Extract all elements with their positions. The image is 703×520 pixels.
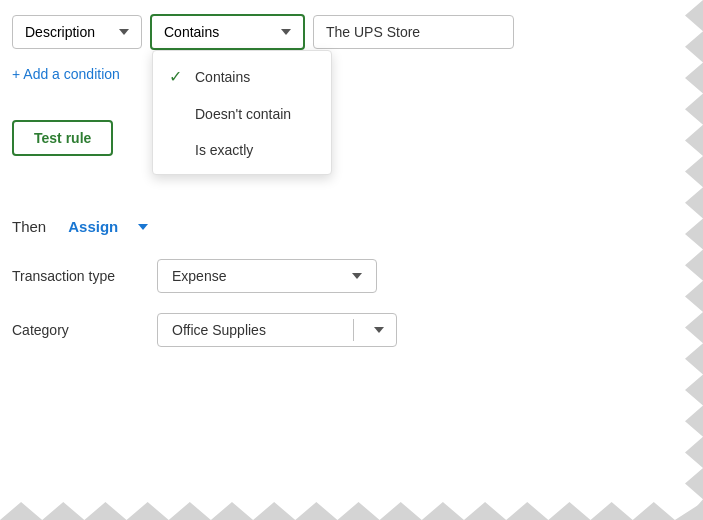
description-chevron-icon	[119, 29, 129, 35]
category-row: Category Office Supplies	[12, 313, 679, 347]
add-condition-link[interactable]: + Add a condition	[12, 66, 120, 82]
then-assign-row: Then Assign	[12, 218, 679, 235]
dropdown-item-is-exactly[interactable]: Is exactly	[153, 132, 331, 168]
checkmark-icon: ✓	[169, 67, 185, 86]
category-chevron-box	[353, 319, 396, 341]
contains-label: Contains	[164, 24, 219, 40]
assign-chevron-icon[interactable]	[138, 224, 148, 230]
page-container: Description Contains ✓ Contains Doesn't …	[0, 0, 703, 520]
description-select[interactable]: Description	[12, 15, 142, 49]
category-label: Category	[12, 322, 157, 338]
dropdown-item-contains-label: Contains	[195, 69, 250, 85]
description-label: Description	[25, 24, 95, 40]
transaction-type-value: Expense	[172, 268, 226, 284]
dropdown-item-doesnt-contain[interactable]: Doesn't contain	[153, 96, 331, 132]
transaction-type-select[interactable]: Expense	[157, 259, 377, 293]
assign-label[interactable]: Assign	[68, 218, 118, 235]
transaction-type-label: Transaction type	[12, 268, 157, 284]
then-label: Then	[12, 218, 46, 235]
transaction-type-chevron-icon	[352, 273, 362, 279]
contains-chevron-icon	[281, 29, 291, 35]
dropdown-item-contains[interactable]: ✓ Contains	[153, 57, 331, 96]
bottom-jagged-edge	[0, 502, 703, 520]
transaction-type-row: Transaction type Expense	[12, 259, 679, 293]
category-value: Office Supplies	[158, 314, 353, 346]
test-rule-button[interactable]: Test rule	[12, 120, 113, 156]
category-select[interactable]: Office Supplies	[157, 313, 397, 347]
contains-select[interactable]: Contains ✓ Contains Doesn't contain Is e…	[150, 14, 305, 50]
dropdown-item-doesnt-contain-label: Doesn't contain	[195, 106, 291, 122]
condition-value-input[interactable]: The UPS Store	[313, 15, 514, 49]
dropdown-item-is-exactly-label: Is exactly	[195, 142, 253, 158]
contains-dropdown-menu: ✓ Contains Doesn't contain Is exactly	[152, 50, 332, 175]
category-chevron-icon	[374, 327, 384, 333]
condition-row: Description Contains ✓ Contains Doesn't …	[12, 14, 679, 50]
